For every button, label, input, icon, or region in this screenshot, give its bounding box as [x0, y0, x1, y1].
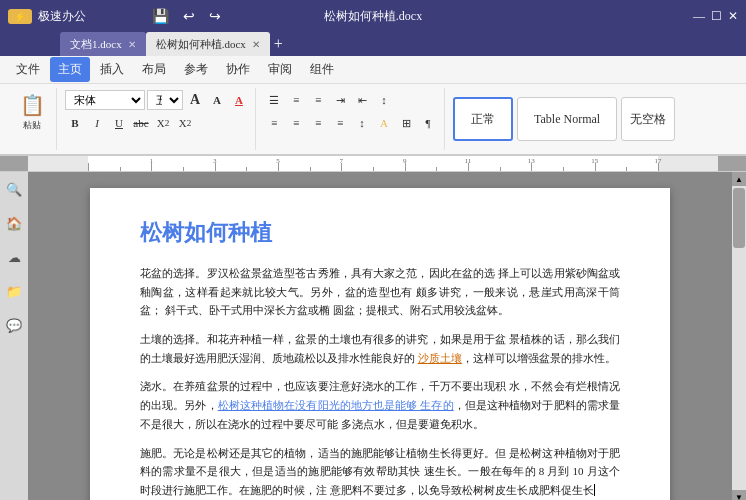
style-no-space-btn[interactable]: 无空格 — [621, 97, 675, 141]
tab-doc2[interactable]: 松树如何种植.docx ✕ — [146, 32, 270, 56]
align-right-btn[interactable]: ≡ — [308, 113, 328, 133]
list-multi-btn[interactable]: ≡ — [308, 90, 328, 110]
message-icon[interactable]: 💬 — [4, 316, 24, 336]
style-normal-btn[interactable]: 正常 — [453, 97, 513, 141]
font-size-select[interactable]: 五号 — [147, 90, 183, 110]
cloud-icon[interactable]: ☁ — [4, 248, 24, 268]
title-bar: ⚡ 极速办公 💾 ↩ ↪ 松树如何种植.docx — ☐ ✕ — [0, 0, 746, 32]
scroll-thumb[interactable] — [733, 188, 745, 248]
menu-home[interactable]: 主页 — [50, 57, 90, 82]
paragraph-3: 浇水。在养殖盆景的过程中，也应该要注意好浇水的工作，千万不要出现积 水，不然会有… — [140, 377, 620, 433]
paragraph-1: 花盆的选择。罗汉松盆景盆造型苍古秀雅，具有大家之范，因此在盆的选 择上可以选用紫… — [140, 264, 620, 320]
para-group: ☰ ≡ ≡ ⇥ ⇤ ↕ ≡ ≡ ≡ ≡ ↕ A ⊞ ¶ — [258, 88, 445, 150]
indent-decrease-btn[interactable]: ⇤ — [352, 90, 372, 110]
scroll-track[interactable] — [732, 186, 746, 490]
align-left-btn[interactable]: ≡ — [264, 113, 284, 133]
font-group: 宋体 五号 A A A B I U abc X2 X2 — [59, 88, 256, 150]
font-decrease-btn[interactable]: A — [207, 90, 227, 110]
menu-review[interactable]: 审阅 — [260, 57, 300, 82]
scroll-up-btn[interactable]: ▲ — [732, 172, 746, 186]
strikethrough-btn[interactable]: abc — [131, 113, 151, 133]
tab-doc1[interactable]: 文档1.docx ✕ — [60, 32, 146, 56]
styles-group: 正常 Table Normal 无空格 — [447, 88, 681, 150]
menu-bar: 文件 主页 插入 布局 参考 协作 审阅 组件 — [0, 56, 746, 84]
indent-increase-btn[interactable]: ⇥ — [330, 90, 350, 110]
paste-icon: 📋 — [20, 93, 45, 117]
align-justify-btn[interactable]: ≡ — [330, 113, 350, 133]
font-color-btn[interactable]: A — [229, 90, 249, 110]
paragraph-2: 土壤的选择。和花卉种植一样，盆景的土壤也有很多的讲究，如果是用于盆 景植株的话，… — [140, 330, 620, 367]
font-name-select[interactable]: 宋体 — [65, 90, 145, 110]
save-quick-btn[interactable]: 💾 — [148, 6, 173, 27]
home-icon[interactable]: 🏠 — [4, 214, 24, 234]
underline-btn[interactable]: U — [109, 113, 129, 133]
paragraph-4: 施肥。无论是松树还是其它的植物，适当的施肥能够让植物生长得更好。但 是松树这种植… — [140, 444, 620, 500]
tab-doc2-close[interactable]: ✕ — [252, 39, 260, 50]
app-header: ⚡ 极速办公 💾 ↩ ↪ 松树如何种植.docx — ☐ ✕ 文档1.docx … — [0, 0, 746, 56]
left-sidebar: 🔍 🏠 ☁ 📁 💬 — [0, 172, 28, 500]
close-btn[interactable]: ✕ — [728, 9, 738, 24]
add-tab-btn[interactable]: + — [270, 35, 287, 53]
style-no-space-label: 无空格 — [630, 111, 666, 128]
text-cursor — [594, 484, 595, 496]
tab-doc1-label: 文档1.docx — [70, 37, 122, 52]
superscript-btn[interactable]: X2 — [153, 113, 173, 133]
italic-btn[interactable]: I — [87, 113, 107, 133]
sand-text: 沙质土壤 — [418, 352, 462, 364]
menu-component[interactable]: 组件 — [302, 57, 342, 82]
paste-btn[interactable]: 📋 粘贴 — [14, 90, 50, 134]
tab-doc2-label: 松树如何种植.docx — [156, 37, 246, 52]
tabs-row: 文档1.docx ✕ 松树如何种植.docx ✕ + — [0, 32, 746, 56]
shading-btn[interactable]: A — [374, 113, 394, 133]
redo-btn[interactable]: ↪ — [205, 6, 225, 27]
scrollbar[interactable]: ▲ ▼ — [732, 172, 746, 500]
window-title: 松树如何种植.docx — [324, 8, 422, 25]
list-unordered-btn[interactable]: ☰ — [264, 90, 284, 110]
menu-file[interactable]: 文件 — [8, 57, 48, 82]
menu-insert[interactable]: 插入 — [92, 57, 132, 82]
app-name: 极速办公 — [38, 8, 86, 25]
align-center-btn[interactable]: ≡ — [286, 113, 306, 133]
menu-reference[interactable]: 参考 — [176, 57, 216, 82]
doc-wrapper: 1357911131517 🔍 🏠 ☁ 📁 💬 松树如何种植 花盆的选择。罗汉松… — [0, 156, 746, 500]
subscript-btn[interactable]: X2 — [175, 113, 195, 133]
ruler-scale: 1357911131517 — [88, 156, 658, 171]
window-controls: — ☐ ✕ — [693, 9, 738, 24]
doc-title: 松树如何种植 — [140, 218, 620, 248]
search-icon[interactable]: 🔍 — [4, 180, 24, 200]
scroll-down-btn[interactable]: ▼ — [732, 490, 746, 500]
pilcrow-btn[interactable]: ¶ — [418, 113, 438, 133]
list-ordered-btn[interactable]: ≡ — [286, 90, 306, 110]
ribbon: 📋 粘贴 宋体 五号 A A A B I U abc X2 X2 ☰ — [0, 84, 746, 156]
paste-label: 粘贴 — [23, 119, 41, 132]
sort-btn[interactable]: ↕ — [374, 90, 394, 110]
paste-group: 📋 粘贴 — [8, 88, 57, 150]
minimize-btn[interactable]: — — [693, 9, 705, 24]
menu-collaborate[interactable]: 协作 — [218, 57, 258, 82]
style-table-normal-label: Table Normal — [534, 112, 600, 127]
borders-btn[interactable]: ⊞ — [396, 113, 416, 133]
quick-tools: 💾 ↩ ↪ — [148, 6, 225, 27]
font-increase-btn[interactable]: A — [185, 90, 205, 110]
highlight-text-1: 松树这种植物在没有阳光的地方也是能够 生存的 — [218, 399, 454, 411]
tab-doc1-close[interactable]: ✕ — [128, 39, 136, 50]
app-icon: ⚡ — [8, 9, 32, 24]
folder-icon[interactable]: 📁 — [4, 282, 24, 302]
bold-btn[interactable]: B — [65, 113, 85, 133]
maximize-btn[interactable]: ☐ — [711, 9, 722, 24]
style-table-normal-btn[interactable]: Table Normal — [517, 97, 617, 141]
line-spacing-btn[interactable]: ↕ — [352, 113, 372, 133]
doc-scroll-area: 🔍 🏠 ☁ 📁 💬 松树如何种植 花盆的选择。罗汉松盆景盆造型苍古秀雅，具有大家… — [0, 172, 746, 500]
undo-btn[interactable]: ↩ — [179, 6, 199, 27]
doc-main[interactable]: 松树如何种植 花盆的选择。罗汉松盆景盆造型苍古秀雅，具有大家之范，因此在盆的选 … — [28, 172, 732, 500]
ruler: 1357911131517 — [0, 156, 746, 172]
document-page: 松树如何种植 花盆的选择。罗汉松盆景盆造型苍古秀雅，具有大家之范，因此在盆的选 … — [90, 188, 670, 500]
menu-layout[interactable]: 布局 — [134, 57, 174, 82]
style-normal-label: 正常 — [471, 111, 495, 128]
